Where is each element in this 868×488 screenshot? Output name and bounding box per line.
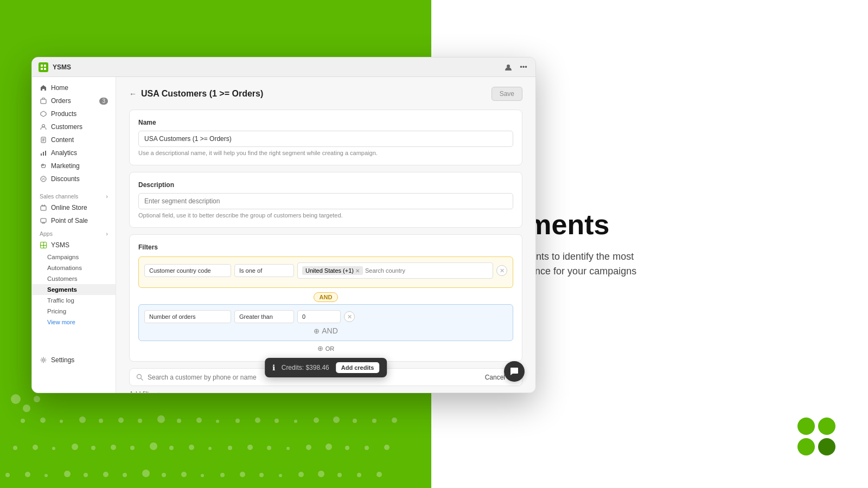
search-icon [136, 374, 143, 381]
customers-icon [40, 123, 47, 131]
svg-rect-14 [45, 151, 46, 156]
sidebar-item-home[interactable]: Home [32, 81, 116, 94]
deco-dot [345, 446, 349, 450]
sidebar-sub-customers[interactable]: Customers [32, 273, 116, 284]
sales-channels-expand[interactable]: › [106, 193, 108, 200]
add-credits-button[interactable]: Add credits [336, 362, 380, 373]
sidebar-item-products[interactable]: Products [32, 107, 116, 120]
ysms-icon [40, 241, 47, 249]
sidebar-sub-pricing[interactable]: Pricing [32, 306, 116, 317]
deco-dot [275, 419, 279, 423]
home-icon [40, 84, 47, 92]
description-input[interactable] [138, 193, 513, 209]
profile-icon[interactable] [503, 62, 514, 73]
marketing-icon [40, 162, 47, 170]
orders-icon [40, 97, 47, 105]
deco-dot [138, 419, 142, 423]
logo-dot-1 [797, 418, 815, 435]
sidebar-sub-campaigns[interactable]: Campaigns [32, 252, 116, 262]
svg-rect-22 [42, 223, 45, 223]
description-card: Description Optional field, use it to be… [129, 172, 522, 228]
deco-dot [150, 442, 157, 450]
filter-field-select-2[interactable]: Number of orders [144, 310, 231, 323]
svg-rect-5 [41, 99, 46, 104]
sidebar-item-discounts[interactable]: Discounts [32, 172, 116, 185]
apps-expand[interactable]: › [106, 230, 108, 237]
svg-point-23 [42, 359, 44, 361]
orders-badge: 3 [99, 98, 108, 105]
and-connector: AND [138, 292, 513, 302]
deco-dot [240, 472, 245, 477]
sidebar-item-ysms[interactable]: YSMS [32, 239, 116, 252]
add-filter-label: Add filter [129, 390, 155, 393]
deco-dot [103, 472, 108, 477]
deco-dot [228, 446, 232, 450]
sidebar-label-products: Products [51, 110, 108, 118]
logo-dots [797, 418, 835, 455]
online-store-icon [40, 204, 47, 211]
deco-dot [11, 394, 21, 404]
sidebar-label-content: Content [51, 136, 108, 144]
add-filter-link[interactable]: + [157, 390, 161, 393]
main-nav: Home Orders 3 Products [32, 77, 116, 190]
deco-dot [111, 445, 116, 450]
cancel-button[interactable]: Cancel [485, 374, 505, 381]
filter-value-input-2[interactable] [297, 310, 341, 323]
sidebar-item-marketing[interactable]: Marketing [32, 159, 116, 172]
deco-dot [84, 473, 88, 477]
filter-operator-select-1[interactable]: Is one of [234, 264, 294, 277]
content-icon [40, 136, 47, 144]
sidebar-item-content[interactable]: Content [32, 133, 116, 146]
deco-dot [267, 446, 271, 450]
main-content: ← USA Customers (1 >= Orders) Save Name … [116, 77, 535, 393]
sidebar-sub-automations[interactable]: Automations [32, 262, 116, 273]
sidebar-sub-traffic-log[interactable]: Traffic log [32, 295, 116, 306]
sidebar-item-settings[interactable]: Settings [32, 354, 116, 367]
sidebar-item-orders[interactable]: Orders 3 [32, 94, 116, 107]
country-select-area[interactable]: United States (+1) ✕ [297, 262, 493, 279]
deco-dot [177, 419, 181, 423]
description-hint: Optional field, use it to better describ… [138, 212, 513, 219]
deco-dot [392, 418, 397, 423]
deco-dot [196, 418, 202, 423]
country-tag-remove[interactable]: ✕ [355, 268, 360, 274]
svg-rect-1 [44, 65, 46, 67]
view-more-link[interactable]: View more [32, 317, 116, 328]
deco-dot [123, 473, 127, 477]
save-button[interactable]: Save [492, 87, 522, 101]
discounts-icon [40, 175, 47, 183]
deco-dot [255, 418, 260, 423]
credits-info-icon: ℹ [272, 363, 275, 372]
more-options-icon[interactable]: ••• [518, 62, 529, 73]
apps-header: Apps › [32, 227, 116, 239]
country-tag: United States (+1) ✕ [302, 266, 363, 275]
filter-field-select-1[interactable]: Customer country code [144, 264, 231, 277]
filters-card: Filters Customer country code Is one of [129, 234, 522, 362]
or-button[interactable]: ⊕ OR [317, 344, 335, 352]
deco-dot [157, 415, 165, 423]
deco-dot [376, 472, 382, 477]
sidebar-item-analytics[interactable]: Analytics [32, 146, 116, 159]
title-bar-left: YSMS [39, 62, 71, 72]
title-bar-right: ••• [503, 62, 529, 73]
sidebar-label-marketing: Marketing [51, 162, 108, 170]
country-search-input[interactable] [365, 267, 488, 274]
back-button[interactable]: ← [129, 89, 137, 98]
sidebar-item-pos[interactable]: Point of Sale [32, 214, 116, 227]
filter-row-1: Customer country code Is one of United S… [144, 262, 507, 279]
filter-delete-btn-2[interactable]: ✕ [344, 311, 355, 322]
sidebar-item-customers[interactable]: Customers [32, 120, 116, 133]
add-and-button[interactable]: ⊕ AND [144, 326, 507, 335]
deco-dot [247, 445, 253, 450]
sidebar-sub-segments[interactable]: Segments [32, 284, 116, 295]
chat-fab-button[interactable] [504, 361, 525, 382]
sidebar-item-online-store[interactable]: Online Store [32, 201, 116, 214]
name-input[interactable] [138, 131, 513, 147]
filter-delete-btn-1[interactable]: ✕ [496, 265, 507, 276]
sidebar-label-home: Home [51, 84, 108, 92]
deco-dot [216, 420, 219, 423]
deco-dot [384, 445, 390, 450]
sidebar-label-customers: Customers [51, 123, 108, 131]
filter-operator-select-2[interactable]: Greater than [234, 310, 294, 323]
svg-rect-2 [41, 68, 43, 70]
